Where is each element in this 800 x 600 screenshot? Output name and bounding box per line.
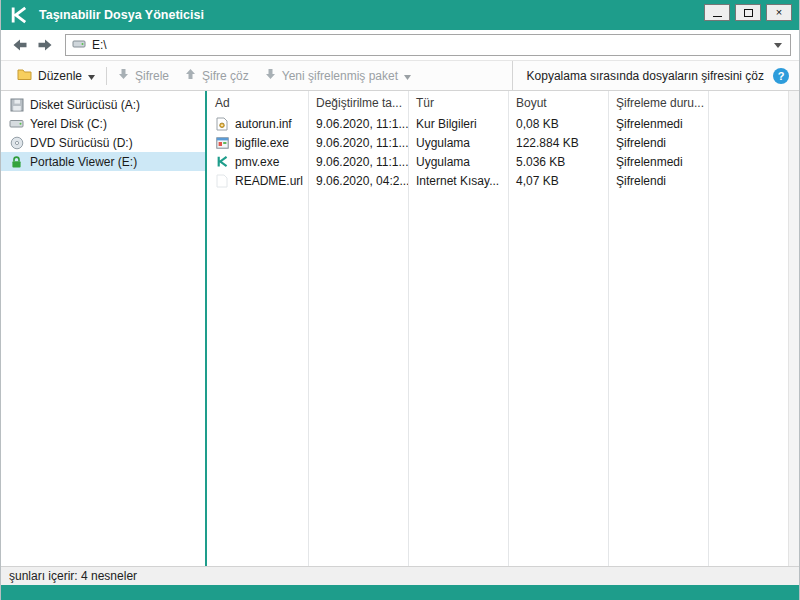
file-name: pmv.exe <box>235 155 279 169</box>
url-file-icon <box>215 174 229 188</box>
navigation-bar: E:\ <box>1 30 799 60</box>
address-bar[interactable]: E:\ <box>65 34 791 56</box>
setup-information-file-icon <box>215 117 229 131</box>
file-encryption-status: Şifrelendi <box>608 174 708 188</box>
arrow-down-icon <box>265 68 276 83</box>
minimize-icon <box>713 16 722 17</box>
new-encrypted-package-button[interactable]: Yeni şifrelenmiş paket <box>257 61 419 90</box>
decrypt-on-copy-section: Kopyalama sırasında dosyaların şifresini… <box>512 61 795 90</box>
portable-file-manager-window: Taşınabilir Dosya Yöneticisi × E:\ <box>0 0 800 600</box>
forward-button[interactable] <box>34 34 56 56</box>
chevron-down-icon <box>88 69 95 83</box>
dvd-drive-icon <box>9 136 24 150</box>
file-modified: 9.06.2020, 11:1... <box>308 155 408 169</box>
address-text: E:\ <box>92 38 766 52</box>
hard-drive-icon <box>9 117 24 130</box>
address-dropdown-icon[interactable] <box>772 43 784 48</box>
decrypt-label: Şifre çöz <box>202 69 249 83</box>
sidebar-item-label: Portable Viewer (E:) <box>30 155 137 169</box>
column-headers: Ad Değiştirilme ta... Tür Boyut Şifrelem… <box>207 91 788 114</box>
minimize-button[interactable] <box>704 4 730 21</box>
file-size: 122.884 KB <box>508 136 608 150</box>
column-header-modified[interactable]: Değiştirilme ta... <box>308 96 408 110</box>
arrow-down-icon <box>118 68 129 83</box>
file-type: Internet Kısay... <box>408 174 508 188</box>
file-size: 5.036 KB <box>508 155 608 169</box>
file-encryption-status: Şifrelendi <box>608 136 708 150</box>
sidebar-item-drive-d[interactable]: DVD Sürücüsü (D:) <box>1 133 205 152</box>
arrow-left-icon <box>12 38 28 52</box>
kaspersky-app-icon <box>215 155 229 168</box>
encrypted-drive-lock-icon <box>9 155 24 169</box>
maximize-button[interactable] <box>735 4 761 21</box>
sidebar-item-label: Yerel Disk (C:) <box>30 117 107 131</box>
status-bar: şunları içerir: 4 nesneler <box>1 566 799 585</box>
drives-tree: Disket Sürücüsü (A:) Yerel Disk (C:) DVD… <box>1 91 205 566</box>
file-name: autorun.inf <box>235 117 292 131</box>
file-row-autorun-inf[interactable]: autorun.inf 9.06.2020, 11:1... Kur Bilgi… <box>207 114 788 133</box>
file-encryption-status: Şifrelenmedi <box>608 155 708 169</box>
application-file-icon <box>215 137 229 149</box>
sidebar-item-drive-c[interactable]: Yerel Disk (C:) <box>1 114 205 133</box>
edit-menu-label: Düzenle <box>38 69 82 83</box>
vertical-scrollbar[interactable] <box>788 91 799 566</box>
window-controls: × <box>704 4 792 21</box>
window-bottom-accent <box>1 585 799 600</box>
decrypt-button[interactable]: Şifre çöz <box>177 61 257 90</box>
file-row-pmv-exe[interactable]: pmv.exe 9.06.2020, 11:1... Uygulama 5.03… <box>207 152 788 171</box>
file-type: Kur Bilgileri <box>408 117 508 131</box>
file-size: 0,08 KB <box>508 117 608 131</box>
file-name: README.url <box>235 174 303 188</box>
column-header-size[interactable]: Boyut <box>508 96 608 110</box>
edit-menu-button[interactable]: Düzenle <box>9 61 103 90</box>
file-encryption-status: Şifrelenmedi <box>608 117 708 131</box>
arrow-up-icon <box>185 68 196 83</box>
file-size: 4,07 KB <box>508 174 608 188</box>
back-button[interactable] <box>9 34 31 56</box>
file-row-bigfile-exe[interactable]: bigfile.exe 9.06.2020, 11:1... Uygulama … <box>207 133 788 152</box>
drive-icon <box>72 38 86 53</box>
column-header-encryption-status[interactable]: Şifreleme duru... <box>608 96 708 110</box>
file-name: bigfile.exe <box>235 136 289 150</box>
file-modified: 9.06.2020, 11:1... <box>308 136 408 150</box>
column-header-name[interactable]: Ad <box>207 96 308 110</box>
help-icon[interactable]: ? <box>773 68 789 84</box>
main-area: Disket Sürücüsü (A:) Yerel Disk (C:) DVD… <box>1 91 799 566</box>
title-bar: Taşınabilir Dosya Yöneticisi × <box>1 0 799 30</box>
file-modified: 9.06.2020, 11:1... <box>308 117 408 131</box>
status-text: şunları içerir: 4 nesneler <box>9 569 137 583</box>
file-type: Uygulama <box>408 155 508 169</box>
toolbar: Düzenle Şifrele Şifre çöz Yeni şifrelenm… <box>1 60 799 91</box>
encrypt-label: Şifrele <box>135 69 169 83</box>
close-button[interactable]: × <box>766 4 792 21</box>
file-modified: 9.06.2020, 04:2... <box>308 174 408 188</box>
decrypt-on-copy-label: Kopyalama sırasında dosyaların şifresini… <box>527 69 764 83</box>
sidebar-item-label: Disket Sürücüsü (A:) <box>30 98 140 112</box>
file-list: Ad Değiştirilme ta... Tür Boyut Şifrelem… <box>207 91 788 566</box>
file-row-readme-url[interactable]: README.url 9.06.2020, 04:2... Internet K… <box>207 171 788 190</box>
encrypt-button[interactable]: Şifrele <box>110 61 177 90</box>
sidebar-item-drive-a[interactable]: Disket Sürücüsü (A:) <box>1 95 205 114</box>
column-header-type[interactable]: Tür <box>408 96 508 110</box>
toolbar-separator <box>106 67 107 85</box>
maximize-icon <box>744 9 753 17</box>
arrow-right-icon <box>37 38 53 52</box>
folder-icon <box>17 68 32 83</box>
floppy-drive-icon <box>9 98 24 112</box>
file-list-pane: Ad Değiştirilme ta... Tür Boyut Şifrelem… <box>207 91 799 566</box>
sidebar-item-drive-e[interactable]: Portable Viewer (E:) <box>1 152 205 171</box>
new-encrypted-package-label: Yeni şifrelenmiş paket <box>282 69 398 83</box>
file-type: Uygulama <box>408 136 508 150</box>
kaspersky-logo-icon <box>8 4 30 26</box>
window-title: Taşınabilir Dosya Yöneticisi <box>39 8 704 22</box>
sidebar-item-label: DVD Sürücüsü (D:) <box>30 136 133 150</box>
chevron-down-icon <box>404 69 411 83</box>
